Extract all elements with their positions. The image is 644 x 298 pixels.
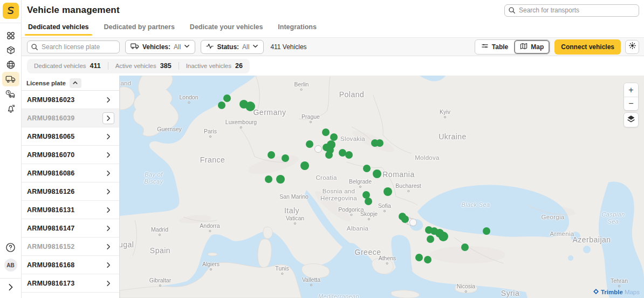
row-chevron-right-icon[interactable] <box>102 204 114 216</box>
vehicle-marker[interactable] <box>223 94 231 102</box>
tab-integrations[interactable]: Integrations <box>277 21 318 36</box>
status-filter-dropdown[interactable]: Status: All <box>201 40 264 54</box>
sidebar-item-network[interactable] <box>2 57 19 72</box>
sidebar-item-vehicles[interactable] <box>2 72 19 86</box>
gear-icon <box>628 42 636 52</box>
sidebar-expand-button[interactable] <box>0 279 22 298</box>
vehicle-marker-inactive[interactable] <box>314 145 322 153</box>
vehicle-row[interactable]: ARMU9816173 <box>22 274 119 293</box>
vehicle-marker[interactable] <box>439 232 448 241</box>
status-filter-value: All <box>242 43 249 51</box>
sidebar-divider <box>0 23 22 23</box>
vehicle-marker[interactable] <box>376 139 383 147</box>
row-chevron-right-icon[interactable] <box>102 277 114 289</box>
truck-icon <box>131 43 139 51</box>
network-icon <box>6 60 16 70</box>
vehicle-row[interactable]: ARMU9816126 <box>22 182 119 201</box>
row-chevron-right-icon[interactable] <box>102 222 114 234</box>
row-chevron-right-icon[interactable] <box>102 186 114 198</box>
vehicle-marker[interactable] <box>276 175 285 184</box>
row-chevron-right-icon[interactable] <box>102 259 114 271</box>
packages-icon <box>6 45 16 55</box>
attribution-brand: Trimble <box>601 289 623 295</box>
vehicle-marker[interactable] <box>461 243 469 251</box>
activity-pulse-icon <box>206 43 214 51</box>
sidebar-item-notifications[interactable] <box>2 101 19 116</box>
vehicle-row[interactable]: ARMU9816168 <box>22 256 119 274</box>
license-plate-value: ARMU9816147 <box>27 225 74 232</box>
vehicle-marker[interactable] <box>300 161 309 170</box>
stats-summary: Dedicated vehicles411Active vehicles385I… <box>27 59 250 73</box>
vehicle-marker[interactable] <box>268 151 275 159</box>
app-logo[interactable] <box>3 3 19 19</box>
vehicle-row[interactable]: ARMU9816039 <box>22 109 119 127</box>
map-layers-button[interactable] <box>624 112 639 127</box>
vehicle-marker[interactable] <box>383 187 392 196</box>
vehicle-row[interactable]: ARMU9816070 <box>22 146 119 164</box>
vehicle-marker[interactable] <box>424 256 431 263</box>
app: AB Vehicle management Dedicated vehicles… <box>0 0 644 298</box>
tab-bar: Dedicated vehiclesDedicated by partnersD… <box>22 21 644 37</box>
avatar[interactable]: AB <box>4 259 17 272</box>
row-chevron-right-icon[interactable] <box>102 296 114 298</box>
help-button[interactable] <box>4 242 17 255</box>
connect-vehicles-button[interactable]: Connect vehicles <box>554 39 621 55</box>
vehicle-marker[interactable] <box>325 151 333 159</box>
vehicle-marker-inactive[interactable] <box>409 219 417 226</box>
vehicle-row[interactable]: ARMU9816147 <box>22 219 119 238</box>
row-chevron-right-icon[interactable] <box>102 112 114 124</box>
vehicle-row[interactable]: ARMU9816152 <box>22 238 119 256</box>
sidebar-item-packages[interactable] <box>2 43 19 57</box>
sidebar: AB <box>0 0 22 298</box>
list-header-label: License plate <box>26 80 66 86</box>
vehicle-marker[interactable] <box>245 101 255 111</box>
vehicles-icon <box>5 75 16 83</box>
zoom-in-button[interactable]: + <box>624 83 638 97</box>
tab-dedicate-your-vehicles[interactable]: Dedicate your vehicles <box>189 21 264 36</box>
map-attribution[interactable]: Trimble Maps <box>593 288 640 296</box>
vehicle-marker[interactable] <box>415 254 423 261</box>
vehicle-marker[interactable] <box>401 215 409 223</box>
vehicle-marker[interactable] <box>427 235 434 243</box>
map-canvas[interactable]: landLondonBerlinPolandGermanyKyivPragueL… <box>120 76 644 298</box>
zoom-out-button[interactable]: − <box>624 97 638 110</box>
license-plate-value: ARMU9816039 <box>27 114 74 122</box>
row-chevron-right-icon[interactable] <box>102 167 114 179</box>
help-icon <box>5 242 16 255</box>
vehicle-marker[interactable] <box>373 170 381 178</box>
vehicles-filter-dropdown[interactable]: Vehicles: All <box>125 40 195 54</box>
vehicle-marker[interactable] <box>282 154 289 162</box>
vehicle-marker[interactable] <box>363 165 371 172</box>
sidebar-item-apps[interactable] <box>2 28 19 43</box>
sidebar-item-transport-history[interactable] <box>2 86 19 101</box>
vehicle-row[interactable]: ARMU9816065 <box>22 127 119 146</box>
vehicle-marker[interactable] <box>483 227 490 235</box>
row-chevron-right-icon[interactable] <box>102 149 114 161</box>
vehicle-marker[interactable] <box>265 175 272 183</box>
tab-dedicated-vehicles[interactable]: Dedicated vehicles <box>27 21 90 36</box>
status-filter-label: Status: <box>217 43 239 51</box>
map-base-layer <box>120 76 644 298</box>
map-view-button[interactable]: Map <box>514 40 550 54</box>
vehicle-marker[interactable] <box>330 133 338 141</box>
license-plate-search-input[interactable] <box>27 40 120 53</box>
tab-dedicated-by-partners[interactable]: Dedicated by partners <box>103 21 176 36</box>
vehicle-marker[interactable] <box>218 101 225 109</box>
vehicle-marker[interactable] <box>306 140 313 148</box>
attribution-suffix: Maps <box>625 289 640 295</box>
table-view-button[interactable]: Table <box>475 40 514 54</box>
vehicle-row[interactable]: ARMU9816191 <box>22 293 119 298</box>
row-chevron-right-icon[interactable] <box>102 94 114 106</box>
vehicle-row[interactable]: ARMU9816023 <box>22 91 119 109</box>
transports-search-input[interactable] <box>504 4 639 17</box>
row-chevron-right-icon[interactable] <box>102 241 114 253</box>
row-chevron-right-icon[interactable] <box>102 131 114 143</box>
vehicle-row[interactable]: ARMU9816086 <box>22 164 119 182</box>
vehicle-marker[interactable] <box>345 151 353 159</box>
settings-button[interactable] <box>625 40 639 54</box>
vehicle-marker[interactable] <box>322 128 330 136</box>
vehicle-marker[interactable] <box>365 198 372 205</box>
vehicle-row[interactable]: ARMU9816131 <box>22 201 119 219</box>
stats-bar: Dedicated vehicles411Active vehicles385I… <box>22 56 644 76</box>
list-sort-header[interactable]: License plate <box>22 76 119 91</box>
